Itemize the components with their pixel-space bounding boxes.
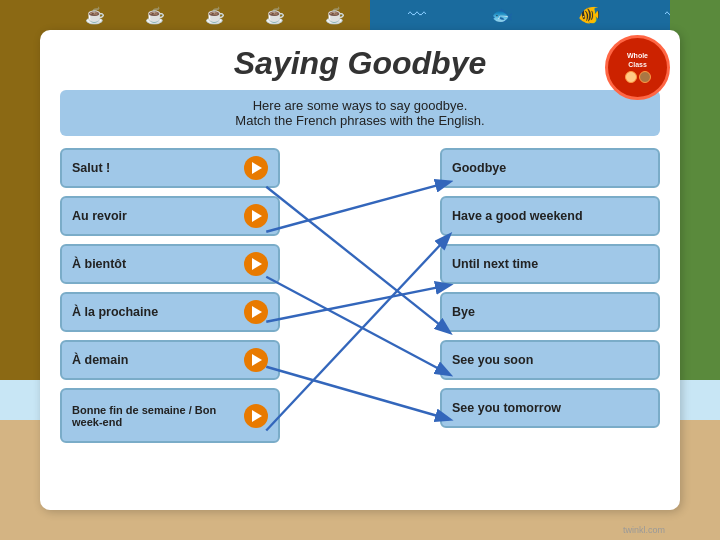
- fish-icon-1: 🐟: [491, 4, 513, 26]
- play-btn-ademain[interactable]: [244, 348, 268, 372]
- subtitle-box: Here are some ways to say goodbye. Match…: [60, 90, 660, 136]
- svg-line-1: [266, 187, 449, 332]
- phrase-aurevoir-text: Au revoir: [72, 209, 127, 223]
- page-title: Saying Goodbye: [60, 45, 660, 82]
- play-btn-bonnefin[interactable]: [244, 404, 268, 428]
- main-card: Saying Goodbye Here are some ways to say…: [40, 30, 680, 510]
- matching-area: Salut ! Au revoir À bientôt À la prochai…: [60, 148, 660, 488]
- badge-text: WholeClass: [627, 52, 648, 69]
- answer-goodbye-text: Goodbye: [452, 161, 506, 175]
- top-cafe-bar: ☕ ☕ ☕ ☕ ☕ ☕: [0, 0, 370, 30]
- cup-icon-2: ☕: [85, 6, 105, 25]
- answer-see-you-tomorrow-text: See you tomorrow: [452, 401, 561, 415]
- answer-bye[interactable]: Bye: [440, 292, 660, 332]
- cup-icon-3: ☕: [145, 6, 165, 25]
- phrase-ademain-text: À demain: [72, 353, 128, 367]
- phrase-salut[interactable]: Salut !: [60, 148, 280, 188]
- phrase-alaprochaine[interactable]: À la prochaine: [60, 292, 280, 332]
- play-triangle-icon-6: [252, 410, 262, 422]
- fish-icon-2: 🐠: [578, 4, 600, 26]
- play-triangle-icon-3: [252, 258, 262, 270]
- phrase-salut-text: Salut !: [72, 161, 110, 175]
- play-triangle-icon-2: [252, 210, 262, 222]
- play-triangle-icon-4: [252, 306, 262, 318]
- right-answers-column: Goodbye Have a good weekend Until next t…: [440, 148, 660, 488]
- answer-bye-text: Bye: [452, 305, 475, 319]
- phrase-abientot-text: À bientôt: [72, 257, 126, 271]
- phrase-aurevoir[interactable]: Au revoir: [60, 196, 280, 236]
- answer-see-you-soon-text: See you soon: [452, 353, 533, 367]
- wave-icon: 〰: [408, 5, 426, 26]
- twinkl-credit: twinkl.com: [623, 525, 665, 535]
- answer-until-next-time-text: Until next time: [452, 257, 538, 271]
- phrase-alaprochaine-text: À la prochaine: [72, 305, 158, 319]
- play-btn-alaprochaine[interactable]: [244, 300, 268, 324]
- phrase-abientot[interactable]: À bientôt: [60, 244, 280, 284]
- play-btn-abientot[interactable]: [244, 252, 268, 276]
- answer-until-next-time[interactable]: Until next time: [440, 244, 660, 284]
- play-btn-aurevoir[interactable]: [244, 204, 268, 228]
- play-triangle-icon: [252, 162, 262, 174]
- play-triangle-icon-5: [252, 354, 262, 366]
- cup-icon-6: ☕: [325, 6, 345, 25]
- cup-icon-5: ☕: [265, 6, 285, 25]
- svg-line-3: [266, 277, 449, 375]
- svg-line-6: [266, 236, 449, 431]
- play-btn-salut[interactable]: [244, 156, 268, 180]
- answer-see-you-soon[interactable]: See you soon: [440, 340, 660, 380]
- phrase-ademain[interactable]: À demain: [60, 340, 280, 380]
- whole-class-badge: WholeClass: [605, 35, 670, 100]
- phrase-bonnefin-text: Bonne fin de semaine / Bon week-end: [72, 404, 238, 428]
- answer-have-good-weekend[interactable]: Have a good weekend: [440, 196, 660, 236]
- top-ocean-bar: 〰 🐟 🐠 〰: [370, 0, 720, 30]
- svg-line-2: [266, 182, 449, 232]
- svg-line-5: [266, 367, 449, 420]
- subtitle-line1: Here are some ways to say goodbye.: [75, 98, 645, 113]
- svg-line-4: [266, 285, 449, 322]
- cup-icon-4: ☕: [205, 6, 225, 25]
- answer-goodbye[interactable]: Goodbye: [440, 148, 660, 188]
- left-phrases-column: Salut ! Au revoir À bientôt À la prochai…: [60, 148, 280, 488]
- answer-have-good-weekend-text: Have a good weekend: [452, 209, 583, 223]
- answer-see-you-tomorrow[interactable]: See you tomorrow: [440, 388, 660, 428]
- phrase-bonnefin[interactable]: Bonne fin de semaine / Bon week-end: [60, 388, 280, 443]
- subtitle-line2: Match the French phrases with the Englis…: [75, 113, 645, 128]
